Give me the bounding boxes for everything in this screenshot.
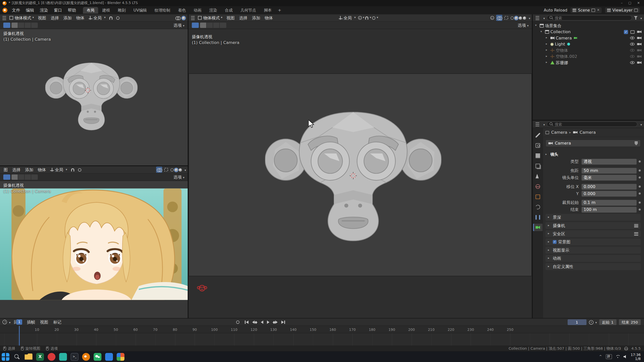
jump-to-end-button[interactable] [281,321,285,324]
timeline-menu-item[interactable]: 插帧 [24,319,37,325]
render-visibility-icon[interactable] [637,61,641,64]
outliner-row[interactable]: Collection ✓ [533,29,644,35]
playback-sync-dropdown[interactable] [589,320,597,325]
workspace-tab[interactable]: 纹理绘制 [151,7,174,13]
workspace-tab[interactable]: 合成 [221,7,236,13]
maximize-button[interactable]: ▢ [628,2,631,5]
active-tool-button[interactable] [3,174,10,180]
view-menu[interactable]: 视图 [36,15,48,21]
properties-tab[interactable] [533,162,543,169]
properties-panel-header[interactable]: ✓ 动画 [545,255,641,262]
solid-shading-icon[interactable] [175,168,178,171]
select-tool-group[interactable] [12,174,38,180]
properties-panel-header[interactable]: ✓ 视图显示 [545,247,641,254]
topbar-menu-item[interactable]: 编辑 [23,7,37,14]
lens-panel-header[interactable]: 镜头 [545,151,641,158]
properties-panel-header[interactable]: ✓ 摄像机 [545,222,641,229]
active-tool-button[interactable] [192,23,199,28]
frame-ruler[interactable]: 1020304050607080901001101201301401501601… [0,326,644,333]
mode-dropdown[interactable]: 物体模式 [196,15,224,21]
property-field[interactable]: 0.1 m ▾ [582,200,637,205]
expand-chevron-icon[interactable] [546,55,549,58]
editor-type-icon[interactable] [3,320,7,324]
timeline-menu-item[interactable]: 视图 [37,319,51,325]
viewport-canvas[interactable]: 摄像机透视 (1) Collection | Camera [0,181,188,318]
expand-chevron-icon[interactable] [546,43,549,46]
datablock-name[interactable]: Collection [550,30,571,34]
property-field[interactable]: 毫米 ▾ [582,175,637,180]
shading-mode-group[interactable] [171,168,182,171]
outliner-row[interactable]: 场景集合 ✓ [533,23,644,29]
properties-panel-header[interactable]: ✓ 自定义属性 [545,263,641,270]
topbar-menu-item[interactable]: 渲染 [37,7,51,14]
new-viewlayer-icon[interactable] [634,9,638,12]
solid-shading-icon[interactable] [515,16,518,19]
proportional-edit-toggle[interactable] [115,15,121,21]
workspace-tab[interactable]: 雕刻 [114,7,129,13]
properties-tab[interactable] [533,172,543,180]
taskbar-search-icon[interactable] [13,353,21,360]
unlink-scene-icon[interactable]: ✕ [597,9,600,12]
add-menu[interactable]: 添加 [23,167,35,173]
properties-search[interactable] [546,121,637,127]
topbar-menu-item[interactable]: 帮助 [65,7,79,14]
visibility-eye-icon[interactable] [630,49,634,52]
expand-chevron-icon[interactable] [535,24,538,27]
shading-dropdown[interactable] [183,168,186,172]
select-tool-group[interactable] [200,23,226,28]
outliner-row[interactable]: Camera ✓ [533,35,644,41]
animate-dot[interactable] [639,208,641,210]
rendered-shading-icon[interactable] [523,16,526,19]
add-menu[interactable]: 添加 [250,15,262,21]
tray-chevron-icon[interactable]: ^ [599,355,602,358]
animate-dot[interactable] [639,186,641,188]
render-visibility-icon[interactable] [637,36,641,39]
datablock-name-field[interactable]: Camera [545,140,641,147]
play-button[interactable] [267,321,269,324]
datablock-name[interactable]: Camera [556,36,572,40]
properties-tab[interactable] [533,183,543,190]
properties-tab[interactable] [533,193,543,200]
datablock-name[interactable]: 苏珊娜 [556,61,568,65]
overlays-toggle[interactable] [496,15,502,21]
proportional-edit-toggle[interactable] [76,167,83,173]
xray-toggle[interactable] [503,15,509,21]
view-menu[interactable]: 视图 [224,15,237,21]
editor-type-icon[interactable] [190,15,195,20]
editor-type-icon[interactable] [2,15,7,20]
photos-icon[interactable] [117,353,125,360]
workspace-tab[interactable]: 着色 [174,7,189,13]
timeline-track[interactable] [0,333,644,346]
render-visibility-icon[interactable] [637,55,641,58]
wechat-icon[interactable] [94,353,101,360]
screen-visibility-icon[interactable] [630,30,634,33]
property-field[interactable]: 透视 ▾ [582,159,637,164]
panel-preset-icon[interactable] [634,232,638,235]
datablock-name[interactable]: 空物体 [556,48,568,52]
workspace-tab[interactable]: UV编辑 [130,7,150,13]
display-mode-dropdown[interactable] [542,16,545,20]
visibility-eye-icon[interactable] [630,36,634,39]
blender-menu-icon[interactable] [3,8,8,13]
prev-keyframe-button[interactable] [252,321,257,324]
workspace-tab[interactable]: 几何节点 [237,7,260,13]
visibility-eye-icon[interactable] [630,43,634,46]
fake-user-icon[interactable] [634,141,638,145]
animate-dot[interactable] [639,160,641,162]
outliner-row[interactable]: Light ✓ [533,41,644,47]
visibility-eye-icon[interactable] [630,55,634,58]
snap-toggle[interactable] [108,15,114,21]
frame-start-field[interactable]: 起始 1 [599,319,616,325]
workspace-tab[interactable]: 布局 [83,7,98,13]
viewlayer-selector[interactable]: ViewLayer [605,8,640,13]
file-explorer-icon[interactable] [25,353,32,360]
proportional-edit-dropdown[interactable] [372,15,378,21]
select-menu[interactable]: 选择 [10,167,23,173]
properties-tab[interactable] [533,224,543,231]
datablock-name[interactable]: 空物体.002 [556,54,577,58]
select-tool-group[interactable] [12,23,38,28]
playhead-line[interactable] [19,326,19,345]
select-menu[interactable]: 选择 [237,15,250,21]
select-menu[interactable]: 选择 [49,15,61,21]
visibility-eye-icon[interactable] [630,61,634,64]
